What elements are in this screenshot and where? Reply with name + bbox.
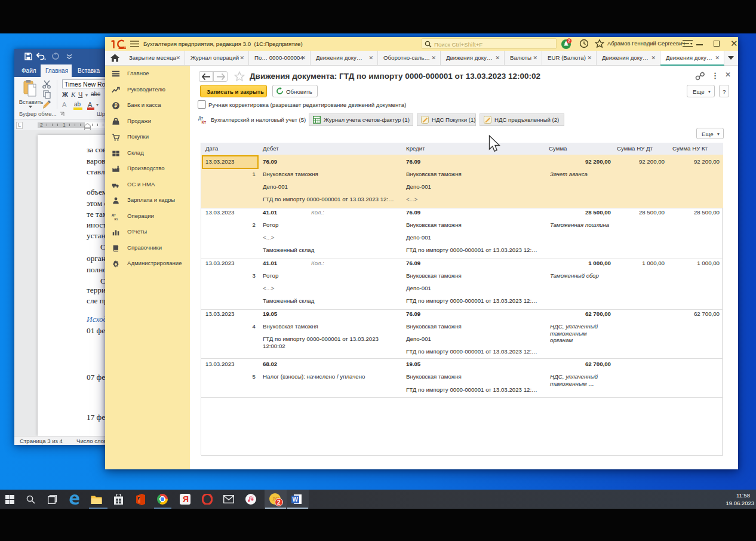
svg-text:Кт: Кт (202, 120, 207, 124)
svg-text:Дт: Дт (112, 213, 116, 217)
svg-text:2: 2 (568, 38, 570, 44)
svg-text:₽: ₽ (114, 103, 117, 109)
svg-text:Кт: Кт (114, 217, 118, 221)
